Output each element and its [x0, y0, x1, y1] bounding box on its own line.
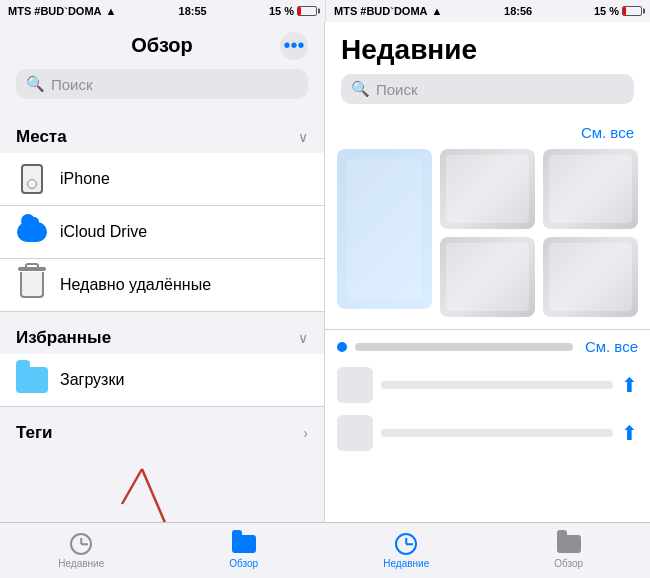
main-content: Обзор ••• 🔍 Поиск Места ∨ iPhone [0, 22, 650, 522]
tab-clock-icon-right [394, 532, 418, 556]
recently-deleted-item[interactable]: Недавно удалённые [0, 259, 324, 312]
left-battery-icon [297, 6, 317, 16]
right-battery-icon [622, 6, 642, 16]
left-time-text: 18:55 [179, 5, 207, 17]
iphone-item-label: iPhone [60, 170, 308, 188]
folder-icon-right [557, 535, 581, 553]
right-header: Недавние 🔍 Поиск [325, 22, 650, 112]
status-bars: MTS #BUD`DOMA ▲ 18:55 15 % MTS #BUD`DOMA… [0, 0, 650, 22]
favorites-chevron-icon[interactable]: ∨ [298, 330, 308, 346]
signal-icon: ▲ [106, 5, 117, 17]
favorites-title: Избранные [16, 328, 111, 348]
tab-folder-icon-left [232, 532, 256, 556]
left-panel-title: Обзор [131, 34, 193, 57]
favorites-section-header: Избранные ∨ [0, 312, 324, 354]
small-file-text-2 [381, 429, 613, 437]
small-file-row-1: ⬆ [325, 363, 650, 411]
right-carrier: MTS #BUD`DOMA ▲ [334, 5, 442, 17]
tab-recent-left-label: Недавние [58, 558, 104, 569]
arrow-svg [102, 449, 222, 522]
downloads-item[interactable]: Загрузки [0, 354, 324, 407]
right-panel: Недавние 🔍 Поиск См. все [325, 22, 650, 522]
folder-icon-left [232, 535, 256, 553]
right-signal-icon: ▲ [432, 5, 443, 17]
ellipsis-icon: ••• [283, 34, 304, 57]
clock-hand-m-left [81, 543, 88, 545]
left-time: 18:55 [179, 5, 207, 17]
right-status-bar: MTS #BUD`DOMA ▲ 18:56 15 % [325, 0, 650, 22]
status-dot [337, 342, 347, 352]
left-carrier-text: MTS #BUD`DOMA [8, 5, 102, 17]
svg-line-0 [142, 469, 172, 522]
left-battery: 15 % [269, 5, 317, 17]
file-thumb-tall[interactable] [337, 149, 432, 309]
left-header: Обзор ••• [0, 22, 324, 65]
tags-chevron-right-icon[interactable]: › [303, 425, 308, 441]
small-file-row-2: ⬆ [325, 411, 650, 459]
recently-deleted-icon-wrap [16, 269, 48, 301]
svg-line-1 [122, 469, 142, 504]
upload-icon-2: ⬆ [621, 421, 638, 445]
recently-deleted-label: Недавно удалённые [60, 276, 308, 294]
clock-hand-m-right [406, 543, 413, 545]
file-thumb-4[interactable] [440, 237, 535, 317]
left-panel: Обзор ••• 🔍 Поиск Места ∨ iPhone [0, 22, 325, 522]
see-all-link-1[interactable]: См. все [581, 124, 634, 141]
file-thumb-5[interactable] [543, 237, 638, 317]
icloud-item-icon [16, 216, 48, 248]
left-search-icon: 🔍 [26, 75, 45, 93]
divider-text-bar [355, 343, 573, 351]
iphone-item[interactable]: iPhone [0, 153, 324, 206]
file-thumb-inner-4 [440, 237, 535, 317]
right-time: 18:56 [504, 5, 532, 17]
tab-overview-right-label: Обзор [554, 558, 583, 569]
right-time-text: 18:56 [504, 5, 532, 17]
tab-folder-icon-right [557, 532, 581, 556]
iphone-icon [21, 164, 43, 194]
icloud-item-label: iCloud Drive [60, 223, 308, 241]
file-thumb-3[interactable] [543, 149, 638, 229]
tab-recent-left[interactable]: Недавние [0, 523, 163, 578]
trash-icon [20, 272, 44, 298]
places-chevron-icon[interactable]: ∨ [298, 129, 308, 145]
arrow-annotation [0, 449, 324, 522]
right-search-placeholder: Поиск [376, 81, 418, 98]
tab-bar: Недавние Обзор Недавние Обзор [0, 522, 650, 578]
left-scroll-area: Места ∨ iPhone iCloud Drive Недавно [0, 111, 324, 522]
small-file-icon-2 [337, 415, 373, 451]
tab-recent-right-label: Недавние [383, 558, 429, 569]
file-thumb-inner-2 [440, 149, 535, 229]
tab-overview-right[interactable]: Обзор [488, 523, 651, 578]
icloud-item[interactable]: iCloud Drive [0, 206, 324, 259]
right-carrier-text: MTS #BUD`DOMA [334, 5, 428, 17]
see-all-link-2[interactable]: См. все [585, 338, 638, 355]
small-file-text-1 [381, 381, 613, 389]
small-file-icon-1 [337, 367, 373, 403]
tab-overview-left[interactable]: Обзор [163, 523, 326, 578]
divider-section: См. все [325, 329, 650, 363]
downloads-item-icon [16, 364, 48, 396]
left-search-placeholder: Поиск [51, 76, 93, 93]
right-search-icon: 🔍 [351, 80, 370, 98]
left-carrier: MTS #BUD`DOMA ▲ [8, 5, 116, 17]
icloud-icon [17, 222, 47, 242]
folder-blue-icon [16, 367, 48, 393]
more-button[interactable]: ••• [280, 32, 308, 60]
file-grid-1 [325, 149, 650, 329]
clock-icon-left [70, 533, 92, 555]
left-search-bar[interactable]: 🔍 Поиск [16, 69, 308, 99]
clock-icon-right [395, 533, 417, 555]
tab-clock-icon-left [69, 532, 93, 556]
right-search-bar[interactable]: 🔍 Поиск [341, 74, 634, 104]
file-thumb-2[interactable] [440, 149, 535, 229]
tags-section-header[interactable]: Теги › [0, 407, 324, 449]
left-battery-text: 15 % [269, 5, 294, 17]
left-status-bar: MTS #BUD`DOMA ▲ 18:55 15 % [0, 0, 325, 22]
tab-overview-left-label: Обзор [229, 558, 258, 569]
right-battery-text: 15 % [594, 5, 619, 17]
see-all-row-1: См. все [325, 120, 650, 149]
downloads-label: Загрузки [60, 371, 308, 389]
right-content: См. все [325, 112, 650, 522]
tab-recent-right[interactable]: Недавние [325, 523, 488, 578]
places-title: Места [16, 127, 67, 147]
